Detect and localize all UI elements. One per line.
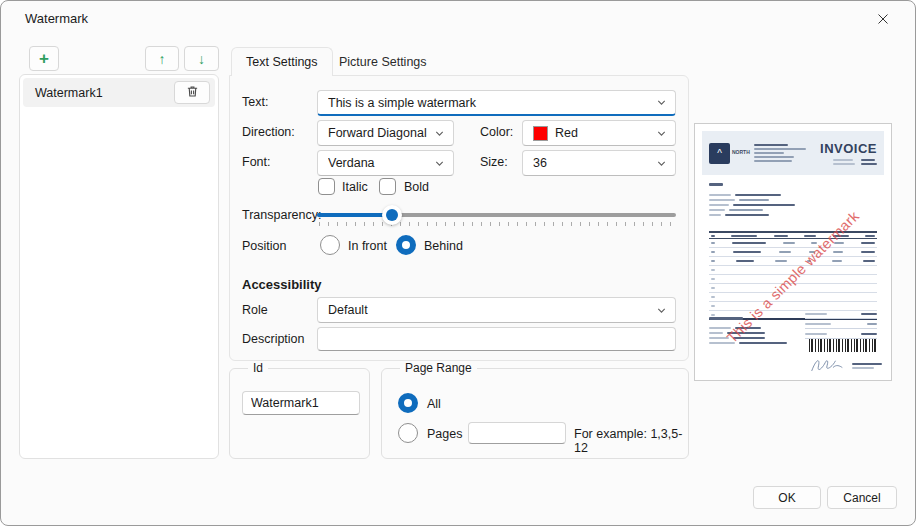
- color-label: Color:: [480, 125, 513, 139]
- chevron-down-icon: [656, 128, 667, 139]
- delete-watermark-button[interactable]: [174, 81, 210, 104]
- radio-in-front[interactable]: [320, 235, 340, 255]
- font-combobox[interactable]: Verdana: [317, 150, 454, 176]
- color-combobox-value: Red: [555, 126, 650, 140]
- watermark-list[interactable]: Watermark1: [19, 74, 219, 459]
- font-combobox-value: Verdana: [328, 156, 428, 170]
- tab-picture-settings-label: Picture Settings: [339, 55, 427, 69]
- size-combobox[interactable]: 36: [522, 150, 676, 176]
- direction-label: Direction:: [242, 125, 295, 139]
- id-group: Id: [229, 361, 370, 459]
- size-label: Size:: [480, 155, 508, 169]
- transparency-slider[interactable]: [317, 204, 676, 230]
- ok-button-label: OK: [778, 491, 795, 505]
- role-combobox[interactable]: Default: [317, 297, 676, 323]
- text-settings-panel: Text: This is a simple watermark Directi…: [229, 75, 689, 361]
- color-swatch: [533, 126, 548, 141]
- trash-icon: [186, 85, 199, 101]
- transparency-fill: [317, 213, 392, 217]
- chevron-down-icon: [434, 158, 445, 169]
- tab-text-settings-label: Text Settings: [246, 55, 318, 69]
- invoice-logo-icon: ^: [709, 143, 730, 164]
- tab-text-settings[interactable]: Text Settings: [231, 47, 333, 76]
- italic-label: Italic: [342, 180, 368, 194]
- invoice-header: ^ NORTH INVOICE: [702, 131, 884, 175]
- arrow-down-icon: ↓: [198, 51, 205, 67]
- role-label: Role: [242, 303, 268, 317]
- text-label: Text:: [242, 95, 268, 109]
- radio-pages[interactable]: [398, 423, 418, 443]
- radio-pages-label: Pages: [427, 427, 462, 441]
- description-label: Description: [242, 332, 305, 346]
- text-combobox-value: This is a simple watermark: [328, 96, 650, 110]
- accessibility-header: Accessibility: [242, 277, 322, 292]
- id-input[interactable]: [242, 391, 360, 415]
- chevron-down-icon: [656, 305, 667, 316]
- radio-behind[interactable]: [396, 235, 416, 255]
- add-watermark-button[interactable]: +: [29, 46, 59, 71]
- invoice-totals: [805, 309, 877, 339]
- radio-all-label: All: [427, 397, 441, 411]
- role-combobox-value: Default: [328, 303, 650, 317]
- cancel-button-label: Cancel: [843, 491, 880, 505]
- invoice-title: INVOICE: [806, 141, 877, 156]
- ok-button[interactable]: OK: [753, 486, 821, 509]
- move-up-button[interactable]: ↑: [145, 46, 179, 71]
- bold-checkbox[interactable]: [379, 178, 396, 195]
- page-range-group: Page Range All Pages For example: 1,3,5-…: [381, 361, 689, 459]
- dialog-title: Watermark: [25, 11, 88, 26]
- chevron-down-icon: [656, 158, 667, 169]
- close-icon: [877, 11, 889, 29]
- cancel-button[interactable]: Cancel: [827, 486, 897, 509]
- radio-in-front-label: In front: [348, 239, 387, 253]
- font-label: Font:: [242, 155, 271, 169]
- list-item-watermark1[interactable]: Watermark1: [23, 78, 215, 107]
- position-label: Position: [242, 239, 286, 253]
- invoice-billto: [709, 183, 795, 216]
- transparency-label: Transparency:: [242, 208, 321, 222]
- watermark-preview-panel: ^ NORTH INVOICE: [694, 123, 892, 381]
- direction-combobox-value: Forward Diagonal: [328, 126, 428, 140]
- move-down-button[interactable]: ↓: [184, 46, 219, 71]
- invoice-signature-caption: [852, 363, 882, 369]
- id-group-legend: Id: [248, 361, 268, 375]
- transparency-ticks: [319, 222, 674, 226]
- plus-icon: +: [39, 49, 49, 69]
- close-button[interactable]: [865, 7, 901, 33]
- description-input[interactable]: [317, 327, 676, 351]
- direction-combobox[interactable]: Forward Diagonal: [317, 120, 454, 146]
- page-range-hint: For example: 1,3,5-12: [574, 427, 688, 455]
- bold-label: Bold: [404, 180, 429, 194]
- watermark-dialog: Watermark + ↑ ↓ Watermark1 Text Settings…: [0, 0, 916, 526]
- size-combobox-value: 36: [533, 156, 650, 170]
- pages-input[interactable]: [468, 422, 566, 444]
- text-combobox[interactable]: This is a simple watermark: [317, 90, 676, 116]
- invoice-preview: ^ NORTH INVOICE: [702, 131, 884, 373]
- invoice-barcode: [809, 339, 877, 352]
- radio-behind-label: Behind: [424, 239, 463, 253]
- radio-all-pages[interactable]: [398, 393, 418, 413]
- italic-checkbox[interactable]: [318, 178, 335, 195]
- tab-picture-settings[interactable]: Picture Settings: [325, 47, 441, 76]
- list-item-label: Watermark1: [35, 86, 103, 100]
- page-range-legend: Page Range: [400, 361, 477, 375]
- chevron-down-icon: [656, 97, 667, 108]
- color-combobox[interactable]: Red: [522, 120, 676, 146]
- invoice-brand: NORTH: [732, 150, 750, 156]
- invoice-signature: [810, 355, 844, 373]
- chevron-down-icon: [434, 128, 445, 139]
- arrow-up-icon: ↑: [159, 51, 166, 67]
